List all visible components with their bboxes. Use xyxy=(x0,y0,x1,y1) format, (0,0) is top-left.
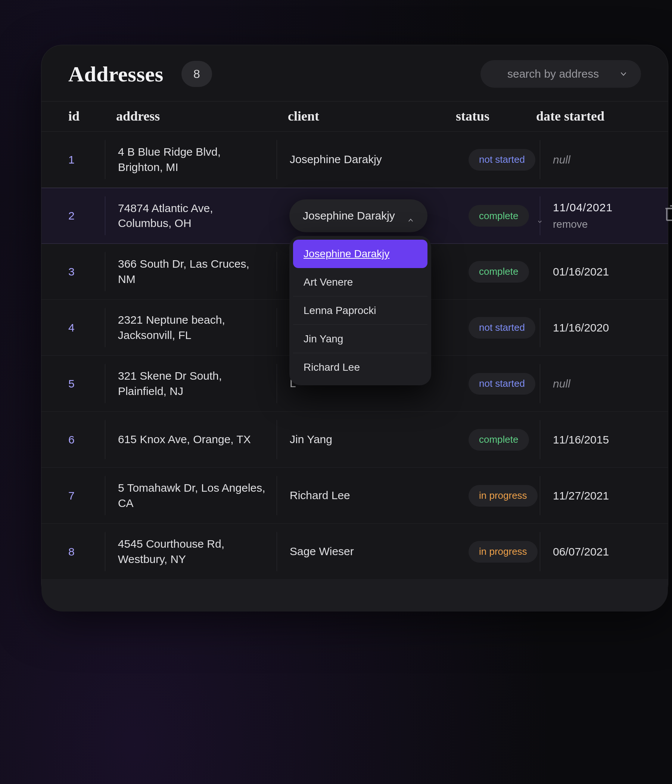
divider xyxy=(540,420,540,459)
divider xyxy=(540,532,540,571)
cell-client: Sage Wieser xyxy=(290,544,363,559)
chevron-up-icon xyxy=(407,212,414,219)
trash-icon[interactable] xyxy=(664,205,672,222)
divider xyxy=(105,476,105,515)
cell-id: 3 xyxy=(42,244,105,299)
table-row[interactable]: 1 4 B Blue Ridge Blvd, Brighton, MI Jose… xyxy=(42,132,668,188)
divider xyxy=(277,532,277,571)
col-client: client xyxy=(277,108,445,124)
chevron-down-icon xyxy=(619,70,628,78)
col-status: status xyxy=(445,108,525,124)
divider xyxy=(540,196,540,235)
table-header-row: id address client status date started xyxy=(42,101,668,132)
divider xyxy=(105,252,105,291)
page-title: Addresses xyxy=(68,62,163,87)
status-badge[interactable]: complete xyxy=(468,261,529,283)
status-badge[interactable]: complete xyxy=(468,205,529,227)
remove-button[interactable]: remove xyxy=(553,218,613,230)
col-date: date started xyxy=(525,108,667,124)
cell-date[interactable]: 11/04/2021 xyxy=(553,201,613,214)
divider xyxy=(540,364,540,403)
divider xyxy=(277,476,277,515)
client-dropdown: Josephine Darakjy Art Venere Lenna Papro… xyxy=(289,236,431,385)
divider xyxy=(540,252,540,291)
cell-date: null xyxy=(553,378,571,390)
divider xyxy=(105,364,105,403)
divider xyxy=(540,476,540,515)
client-select-value: Josephine Darakjy xyxy=(303,208,395,224)
cell-address: 5 Tomahawk Dr, Los Angeles, CA xyxy=(118,481,277,511)
table-row[interactable]: 8 4545 Courthouse Rd, Westbury, NY Sage … xyxy=(42,524,668,580)
cell-address: 2321 Neptune beach, Jacksonvill, FL xyxy=(118,313,277,343)
count-badge: 8 xyxy=(182,61,212,87)
cell-address: 615 Knox Ave, Orange, TX xyxy=(118,432,260,447)
search-input[interactable]: search by address xyxy=(481,60,641,88)
addresses-panel: Addresses 8 search by address id address… xyxy=(41,45,668,605)
divider xyxy=(105,308,105,347)
divider xyxy=(105,140,105,179)
cell-address: 366 South Dr, Las Cruces, NM xyxy=(118,257,277,287)
col-id: id xyxy=(42,108,105,124)
table-row[interactable]: 7 5 Tomahawk Dr, Los Angeles, CA Richard… xyxy=(42,468,668,524)
panel-footer xyxy=(42,580,668,611)
col-address: address xyxy=(105,108,277,124)
panel-header: Addresses 8 search by address xyxy=(42,45,668,101)
divider xyxy=(277,364,277,403)
cell-id: 5 xyxy=(42,356,105,411)
table-body: 1 4 B Blue Ridge Blvd, Brighton, MI Jose… xyxy=(42,132,668,580)
client-option[interactable]: Art Venere xyxy=(293,268,428,296)
cell-date: 01/16/2021 xyxy=(553,266,609,278)
divider xyxy=(105,532,105,571)
cell-id: 7 xyxy=(42,468,105,523)
client-option[interactable]: Lenna Paprocki xyxy=(293,296,428,325)
search-placeholder: search by address xyxy=(507,68,599,80)
cell-id: 6 xyxy=(42,412,105,467)
divider xyxy=(277,252,277,291)
divider xyxy=(277,140,277,179)
table-row-active[interactable]: 2 74874 Atlantic Ave, Columbus, OH Josep… xyxy=(42,188,668,244)
divider xyxy=(105,196,105,235)
cell-address: 321 Skene Dr South, Plainfield, NJ xyxy=(118,369,277,399)
cell-id: 4 xyxy=(42,300,105,355)
cell-address: 74874 Atlantic Ave, Columbus, OH xyxy=(118,201,277,231)
client-option[interactable]: Jin Yang xyxy=(293,325,428,353)
divider xyxy=(277,308,277,347)
cell-date: 11/27/2021 xyxy=(553,490,609,502)
cell-date: null xyxy=(553,154,571,166)
divider xyxy=(540,308,540,347)
status-badge[interactable]: complete xyxy=(468,429,529,451)
table-row[interactable]: 6 615 Knox Ave, Orange, TX Jin Yang comp… xyxy=(42,412,668,468)
cell-date: 06/07/2021 xyxy=(553,546,609,558)
client-option[interactable]: Richard Lee xyxy=(293,353,428,381)
cell-date: 11/16/2020 xyxy=(553,322,609,334)
cell-date: 11/16/2015 xyxy=(553,434,609,446)
cell-client: Richard Lee xyxy=(290,488,359,503)
cell-address: 4545 Courthouse Rd, Westbury, NY xyxy=(118,537,277,567)
divider xyxy=(277,420,277,459)
cell-id: 8 xyxy=(42,524,105,579)
cell-address: 4 B Blue Ridge Blvd, Brighton, MI xyxy=(118,145,277,175)
cell-id: 2 xyxy=(42,188,105,243)
cell-client: Josephine Darakjy xyxy=(290,152,391,167)
divider xyxy=(540,140,540,179)
cell-id: 1 xyxy=(42,132,105,187)
cell-client: Jin Yang xyxy=(290,432,341,447)
svg-rect-0 xyxy=(667,209,672,221)
client-option[interactable]: Josephine Darakjy xyxy=(293,240,428,268)
divider xyxy=(105,420,105,459)
client-select[interactable]: Josephine Darakjy xyxy=(289,199,428,232)
